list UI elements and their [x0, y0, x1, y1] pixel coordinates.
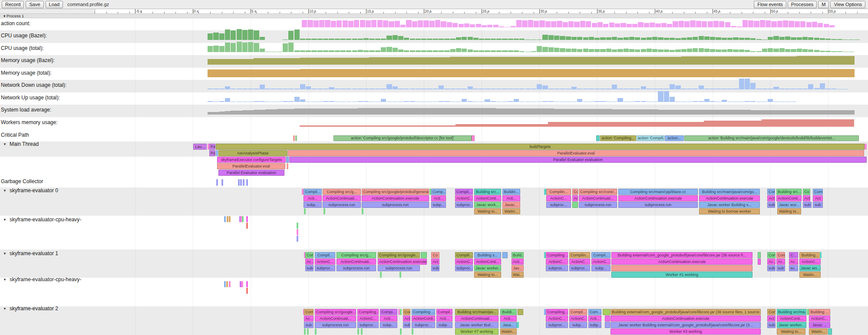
counter-bar-workers-memory[interactable] — [583, 122, 589, 127]
counter-bar-action-count[interactable] — [447, 22, 452, 27]
counter-bar-action-count[interactable] — [708, 21, 713, 27]
counter-bar-mem-total[interactable] — [802, 69, 809, 78]
counter-bar-net-down[interactable] — [340, 89, 346, 89]
counter-bar-sysload[interactable] — [594, 109, 601, 115]
counter-bar-mem-bazel[interactable] — [358, 58, 364, 65]
counter-bar-net-down[interactable] — [242, 89, 248, 89]
counter-bar-cpu-bazel[interactable] — [208, 33, 213, 40]
counter-bar-workers-memory[interactable] — [571, 122, 577, 127]
counter-bar-cpu-total[interactable] — [779, 48, 785, 52]
counter-bar-net-down[interactable] — [606, 89, 611, 90]
counter-bar-net-down[interactable] — [635, 89, 640, 89]
counter-bar-action-count[interactable] — [574, 22, 579, 27]
counter-bar-sysload[interactable] — [491, 108, 497, 115]
counter-bar-cpu-bazel[interactable] — [393, 35, 398, 40]
counter-bar-cpu-bazel[interactable] — [848, 39, 854, 40]
counter-bar-sysload[interactable] — [473, 108, 479, 115]
counter-bar-cpu-total[interactable] — [600, 49, 605, 52]
counter-bar-mem-total[interactable] — [242, 69, 248, 77]
counter-bar-mem-bazel[interactable] — [825, 56, 832, 65]
counter-bar-net-down[interactable] — [439, 85, 444, 89]
counter-bar-cpu-bazel[interactable] — [768, 37, 773, 40]
skyframe-evaluator-cpu-heavy-1-event-block[interactable] — [246, 216, 248, 222]
counter-bar-net-up[interactable] — [208, 101, 213, 102]
main-thread-event-block[interactable] — [865, 144, 867, 150]
skyframe-evaluator-2-event-block[interactable]: ActionConti... — [777, 315, 806, 322]
counter-bar-mem-total[interactable] — [363, 69, 370, 77]
counter-bar-sysload[interactable] — [260, 110, 266, 115]
counter-bar-cpu-total[interactable] — [242, 43, 248, 52]
counter-bar-workers-memory[interactable] — [669, 122, 675, 127]
skyframe-evaluator-2-event-block[interactable]: sub — [403, 322, 410, 328]
counter-bar-mem-total[interactable] — [508, 69, 514, 77]
counter-bar-cpu-total[interactable] — [329, 50, 334, 52]
counter-bar-cpu-bazel[interactable] — [629, 37, 634, 40]
skyframe-evaluator-cpu-heavy-1-event-block[interactable] — [297, 236, 298, 242]
counter-bar-net-up[interactable] — [439, 101, 444, 102]
counter-bar-workers-memory[interactable] — [744, 121, 750, 127]
skyframe-evaluator-1-event-block[interactable]: ActionContinuation.execute — [611, 259, 752, 265]
counter-bar-sysload[interactable] — [525, 108, 531, 115]
counter-bar-net-up[interactable] — [260, 101, 265, 102]
skyframe-evaluator-0-event-block[interactable]: Act — [803, 195, 810, 201]
counter-bar-net-down[interactable] — [583, 89, 588, 89]
garbage-collector-event-block[interactable] — [221, 179, 223, 186]
counter-bar-cpu-bazel[interactable] — [381, 39, 386, 40]
counter-bar-workers-memory[interactable] — [496, 124, 502, 127]
skyframe-evaluator-1-event-block[interactable]: Building external/com_google_protobuf/ja… — [611, 252, 752, 258]
counter-bar-cpu-total[interactable] — [583, 49, 588, 53]
counter-bar-net-down[interactable] — [265, 89, 271, 90]
counter-bar-net-up[interactable] — [237, 102, 242, 102]
counter-bar-mem-bazel[interactable] — [306, 58, 312, 65]
counter-bar-workers-memory[interactable] — [623, 122, 629, 127]
counter-bar-cpu-total[interactable] — [288, 43, 294, 53]
counter-bar-workers-memory[interactable] — [831, 119, 837, 127]
counter-bar-mem-bazel[interactable] — [468, 57, 474, 65]
skyframe-evaluator-1-event-block[interactable] — [758, 259, 761, 265]
skyframe-evaluator-2-event-block[interactable]: ActionC... — [809, 315, 830, 322]
counter-bar-mem-total[interactable] — [716, 69, 722, 77]
counter-bar-sysload[interactable] — [433, 108, 439, 115]
counter-bar-cpu-bazel[interactable] — [647, 37, 652, 40]
counter-bar-mem-total[interactable] — [814, 69, 820, 78]
counter-bar-cpu-bazel[interactable] — [462, 37, 467, 40]
counter-bar-cpu-total[interactable] — [219, 46, 224, 53]
counter-bar-net-down[interactable] — [745, 79, 750, 89]
counter-bar-sysload[interactable] — [410, 108, 416, 115]
counter-bar-cpu-total[interactable] — [785, 49, 790, 52]
skyframe-evaluator-2-event-block[interactable] — [518, 309, 523, 315]
counter-bar-action-count[interactable] — [395, 21, 400, 27]
counter-bar-net-down[interactable] — [491, 89, 496, 89]
skyframe-evaluator-1-event-block[interactable]: ActionContinuati... — [337, 259, 376, 265]
counter-bar-cpu-bazel[interactable] — [444, 39, 449, 40]
skyframe-evaluator-2-event-block[interactable]: Java... — [500, 322, 517, 328]
counter-bar-net-down[interactable] — [288, 89, 294, 90]
skyframe-evaluator-1-event-block[interactable]: Jav... — [512, 265, 524, 271]
counter-bar-workers-memory[interactable] — [369, 125, 375, 127]
skyframe-evaluator-2-event-block[interactable]: sub — [767, 322, 776, 328]
counter-bar-workers-memory[interactable] — [606, 122, 612, 127]
counter-bar-cpu-total[interactable] — [664, 49, 669, 53]
counter-bar-cpu-bazel[interactable] — [699, 36, 704, 40]
counter-bar-net-down[interactable] — [468, 86, 473, 90]
counter-bar-mem-bazel[interactable] — [219, 59, 225, 65]
counter-bar-sysload[interactable] — [208, 112, 214, 115]
counter-bar-action-count[interactable] — [644, 23, 649, 27]
counter-bar-net-up[interactable] — [531, 102, 536, 102]
counter-bar-mem-bazel[interactable] — [329, 58, 335, 65]
counter-bar-mem-total[interactable] — [750, 69, 756, 77]
counter-bar-action-count[interactable] — [366, 20, 371, 27]
counter-bar-cpu-total[interactable] — [629, 49, 634, 53]
counter-bar-sysload[interactable] — [554, 109, 560, 115]
skyframe-evaluator-0-event-block[interactable]: subprocess.run — [323, 202, 361, 208]
counter-bar-mem-total[interactable] — [733, 69, 739, 77]
counter-bar-workers-memory[interactable] — [577, 122, 583, 127]
counter-bar-cpu-total[interactable] — [317, 50, 323, 53]
main-thread-event-block[interactable]: buildTargets — [216, 144, 865, 150]
counter-bar-mem-bazel[interactable] — [635, 57, 641, 65]
counter-bar-mem-total[interactable] — [768, 69, 774, 77]
counter-bar-cpu-bazel[interactable] — [594, 38, 600, 40]
counter-bar-net-down[interactable] — [716, 89, 721, 89]
counter-bar-net-down[interactable] — [710, 89, 715, 89]
counter-bar-net-down[interactable] — [225, 86, 230, 90]
